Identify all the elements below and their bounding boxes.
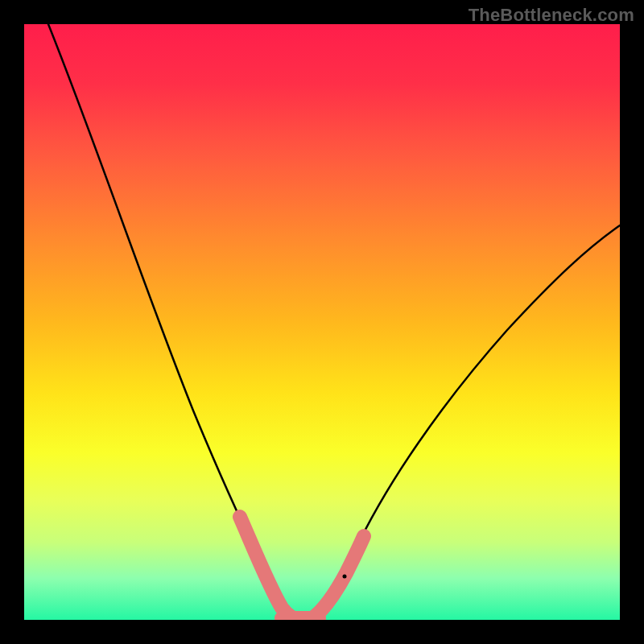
highlight-left: [240, 517, 295, 618]
plot-area: [24, 24, 620, 620]
watermark-text: TheBottleneck.com: [469, 5, 634, 26]
bottleneck-curve: [48, 24, 620, 618]
highlight-right: [312, 536, 364, 618]
chart-frame: TheBottleneck.com: [0, 0, 644, 644]
join-dot: [343, 575, 347, 579]
curve-layer: [24, 24, 620, 620]
